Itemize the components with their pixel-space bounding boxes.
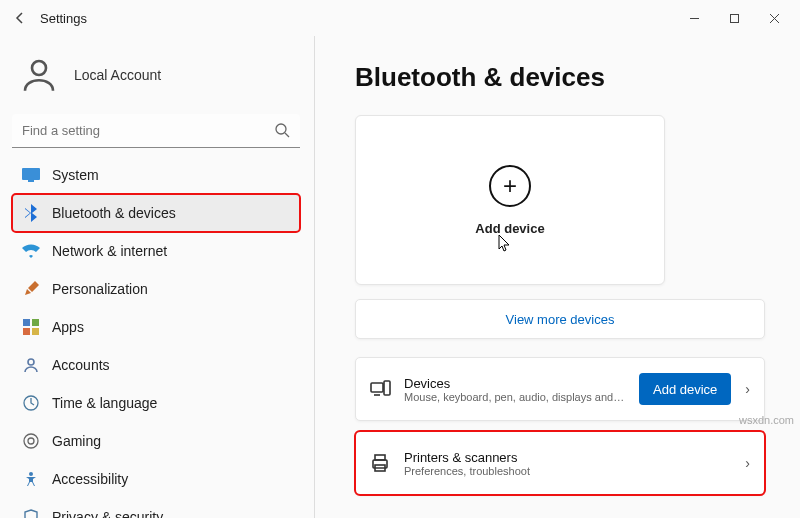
svg-rect-8	[28, 180, 34, 182]
window-title: Settings	[40, 11, 87, 26]
nav-label: System	[52, 167, 99, 183]
account-info[interactable]: Local Account	[12, 44, 300, 114]
main-panel: Bluetooth & devices + Add device View mo…	[315, 36, 800, 518]
svg-rect-1	[730, 14, 738, 22]
nav-label: Privacy & security	[52, 509, 163, 518]
svg-point-13	[28, 359, 34, 365]
nav-label: Time & language	[52, 395, 157, 411]
search-box[interactable]	[12, 114, 300, 148]
svg-point-16	[28, 438, 34, 444]
minimize-button[interactable]	[674, 4, 714, 32]
page-title: Bluetooth & devices	[355, 62, 778, 93]
apps-icon	[22, 318, 40, 336]
nav-item-system[interactable]: System	[12, 156, 300, 194]
svg-point-15	[24, 434, 38, 448]
wifi-icon	[22, 242, 40, 260]
search-icon	[274, 122, 290, 138]
add-device-button[interactable]: Add device	[639, 373, 731, 405]
nav-item-time-language[interactable]: Time & language	[12, 384, 300, 422]
arrow-left-icon	[12, 10, 28, 26]
content-area: Local Account System Bluetooth & devices…	[0, 36, 800, 518]
devices-row-title: Devices	[404, 376, 627, 391]
nav-label: Personalization	[52, 281, 148, 297]
svg-rect-9	[23, 319, 30, 326]
minimize-icon	[689, 13, 700, 24]
account-name: Local Account	[74, 67, 161, 83]
svg-rect-22	[375, 455, 385, 460]
devices-row[interactable]: Devices Mouse, keyboard, pen, audio, dis…	[355, 357, 765, 421]
maximize-button[interactable]	[714, 4, 754, 32]
svg-point-17	[29, 472, 33, 476]
sidebar: Local Account System Bluetooth & devices…	[0, 36, 315, 518]
nav-label: Gaming	[52, 433, 101, 449]
user-avatar-icon	[18, 54, 60, 96]
shield-icon	[22, 508, 40, 518]
add-device-card[interactable]: + Add device	[355, 115, 665, 285]
svg-rect-7	[22, 168, 40, 180]
devices-row-text: Devices Mouse, keyboard, pen, audio, dis…	[404, 376, 627, 403]
printers-row-text: Printers & scanners Preferences, trouble…	[404, 450, 731, 477]
nav-item-gaming[interactable]: Gaming	[12, 422, 300, 460]
svg-rect-18	[371, 383, 383, 392]
system-icon	[22, 166, 40, 184]
cursor-icon	[498, 234, 512, 254]
nav-label: Bluetooth & devices	[52, 205, 176, 221]
close-icon	[769, 13, 780, 24]
devices-row-sub: Mouse, keyboard, pen, audio, displays an…	[404, 391, 627, 403]
nav-label: Accessibility	[52, 471, 128, 487]
plus-circle-icon: +	[489, 165, 531, 207]
svg-point-4	[32, 61, 46, 75]
nav-item-bluetooth-devices[interactable]: Bluetooth & devices	[12, 194, 300, 232]
accounts-icon	[22, 356, 40, 374]
svg-rect-19	[384, 381, 390, 395]
nav-item-personalization[interactable]: Personalization	[12, 270, 300, 308]
svg-rect-12	[32, 328, 39, 335]
printers-row-title: Printers & scanners	[404, 450, 731, 465]
svg-rect-10	[32, 319, 39, 326]
nav-item-accounts[interactable]: Accounts	[12, 346, 300, 384]
brush-icon	[22, 280, 40, 298]
nav-item-accessibility[interactable]: Accessibility	[12, 460, 300, 498]
back-button[interactable]	[6, 4, 34, 32]
close-button[interactable]	[754, 4, 794, 32]
watermark: wsxdn.com	[739, 414, 794, 426]
view-more-devices-button[interactable]: View more devices	[355, 299, 765, 339]
maximize-icon	[729, 13, 740, 24]
clock-globe-icon	[22, 394, 40, 412]
printers-row-sub: Preferences, troubleshoot	[404, 465, 731, 477]
titlebar: Settings	[0, 0, 800, 36]
svg-rect-11	[23, 328, 30, 335]
printers-scanners-row[interactable]: Printers & scanners Preferences, trouble…	[355, 431, 765, 495]
nav-label: Accounts	[52, 357, 110, 373]
nav-item-network[interactable]: Network & internet	[12, 232, 300, 270]
svg-line-6	[285, 133, 289, 137]
chevron-right-icon: ›	[743, 381, 752, 397]
search-input[interactable]	[12, 114, 300, 148]
bluetooth-icon	[22, 204, 40, 222]
printer-icon	[368, 451, 392, 475]
nav-item-apps[interactable]: Apps	[12, 308, 300, 346]
settings-window: Settings Local Account System	[0, 0, 800, 518]
nav-label: Apps	[52, 319, 84, 335]
devices-icon	[368, 377, 392, 401]
nav-item-privacy-security[interactable]: Privacy & security	[12, 498, 300, 518]
chevron-right-icon: ›	[743, 455, 752, 471]
nav-label: Network & internet	[52, 243, 167, 259]
view-more-label: View more devices	[506, 312, 615, 327]
nav-list: System Bluetooth & devices Network & int…	[12, 156, 300, 518]
gaming-icon	[22, 432, 40, 450]
accessibility-icon	[22, 470, 40, 488]
svg-point-5	[276, 124, 286, 134]
